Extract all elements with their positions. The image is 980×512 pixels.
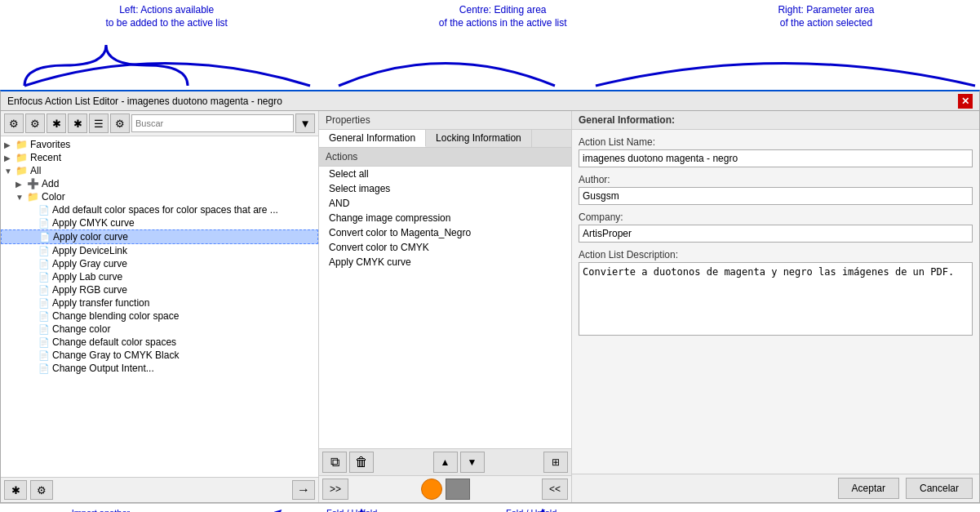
window-title: Enfocus Action List Editor - imagenes du…: [7, 96, 282, 107]
action-item-7[interactable]: Apply CMYK curve: [319, 255, 571, 269]
action-item-6[interactable]: Convert color to CMYK: [319, 240, 571, 255]
doc-icon: 📄: [38, 324, 50, 335]
doc-icon: 📄: [38, 363, 50, 374]
search-input[interactable]: [131, 114, 294, 132]
left-panel: ⚙ ⚙ ✱ ✱ ☰ ⚙ ▼ ▶ 📁 Favorites ▶ 📁 Recent ▼: [1, 111, 319, 502]
tree-item-all[interactable]: ▼ 📁 All: [1, 164, 318, 177]
right-annotation: Right: Parameter area of the action sele…: [778, 4, 874, 29]
tree-item-doc9[interactable]: 📄 Change blending color space: [1, 309, 318, 323]
action-btn-1[interactable]: ⚙: [4, 114, 24, 133]
tree-label: Apply transfer function: [52, 297, 149, 309]
cancel-button[interactable]: Cancelar: [906, 478, 973, 499]
tree-item-favorites[interactable]: ▶ 📁 Favorites: [1, 138, 318, 151]
tree-item-doc5[interactable]: 📄 Apply Gray curve: [1, 257, 318, 270]
tree-item-doc6[interactable]: 📄 Apply Lab curve: [1, 270, 318, 283]
bottom-arrows-svg: [0, 504, 980, 512]
settings-list-button[interactable]: ⚙: [30, 480, 53, 500]
duplicate-action-button[interactable]: ⧉: [322, 452, 347, 473]
tree-area[interactable]: ▶ 📁 Favorites ▶ 📁 Recent ▼ 📁 All ▶ ➕ Add…: [1, 136, 318, 477]
tree-item-doc4[interactable]: 📄 Apply DeviceLink: [1, 244, 318, 257]
right-bottom-bar: Aceptar Cancelar: [572, 474, 979, 502]
tree-label: Add: [42, 178, 59, 189]
tree-item-recent[interactable]: ▶ 📁 Recent: [1, 151, 318, 164]
action-btn-3[interactable]: ✱: [47, 114, 66, 133]
action-item-1[interactable]: Select all: [319, 167, 571, 181]
gray-square-button[interactable]: [446, 479, 470, 500]
tab-locking[interactable]: Locking Information: [426, 130, 532, 147]
center-panel: Properties General Information Locking I…: [319, 111, 572, 502]
import-list-button[interactable]: ✱: [4, 480, 27, 500]
center-annotation: Centre: Editing area of the actions in t…: [439, 4, 567, 29]
right-panel: General Information: Action List Name: A…: [572, 111, 979, 502]
close-button[interactable]: ✕: [958, 94, 973, 109]
description-textarea[interactable]: Convierte a duotonos de magenta y negro …: [579, 262, 973, 336]
doc-icon: 📄: [38, 285, 50, 296]
tree-label: Add default color spaces for color space…: [52, 204, 278, 216]
actions-header: Actions: [319, 148, 571, 167]
folder-icon: 📁: [16, 165, 28, 176]
orange-circle-button[interactable]: [421, 479, 442, 500]
action-btn-5[interactable]: ☰: [89, 114, 109, 133]
tree-item-doc10[interactable]: 📄 Change color: [1, 323, 318, 336]
tree-item-doc1[interactable]: 📄 Add default color spaces for color spa…: [1, 203, 318, 216]
action-list-name-input[interactable]: [579, 149, 973, 167]
move-up-button[interactable]: ▲: [433, 452, 458, 473]
tree-label: All: [30, 165, 41, 176]
left-bottom-bar: ✱ ⚙ →: [1, 477, 318, 502]
remove-from-list-button[interactable]: 🗑: [349, 452, 374, 473]
action-btn-6[interactable]: ⚙: [110, 114, 130, 133]
tree-label: Color: [42, 191, 65, 203]
action-item-2[interactable]: Select images: [319, 181, 571, 196]
add-to-list-button[interactable]: →: [292, 480, 315, 500]
doc-icon: 📄: [39, 232, 51, 243]
tree-item-doc2[interactable]: 📄 Apply CMYK curve: [1, 216, 318, 229]
form-area: Action List Name: Author: Company: Actio…: [572, 130, 979, 474]
tree-item-add[interactable]: ▶ ➕ Add: [1, 177, 318, 190]
company-input[interactable]: [579, 225, 973, 243]
action-item-3[interactable]: AND: [319, 196, 571, 211]
tree-item-doc7[interactable]: 📄 Apply RGB curve: [1, 283, 318, 296]
center-bottom-bar: >> <<: [319, 475, 571, 502]
tree-item-color[interactable]: ▼ 📁 Color: [1, 190, 318, 203]
fold-right-button[interactable]: <<: [542, 479, 568, 500]
doc-icon: 📄: [38, 298, 50, 309]
expand-icon: ▶: [4, 140, 16, 149]
tab-general[interactable]: General Information: [319, 130, 426, 147]
properties-button[interactable]: ⊞: [543, 452, 568, 473]
tree-item-doc11[interactable]: 📄 Change default color spaces: [1, 336, 318, 349]
expand-icon: ▶: [16, 180, 27, 189]
action-item-4[interactable]: Change image compression: [319, 211, 571, 225]
folder-icon: 📁: [16, 152, 28, 163]
left-toolbar: ⚙ ⚙ ✱ ✱ ☰ ⚙ ▼: [1, 111, 318, 136]
tree-label: Change Gray to CMYK Black: [52, 349, 179, 361]
move-down-button[interactable]: ▼: [460, 452, 485, 473]
tree-item-doc8[interactable]: 📄 Apply transfer function: [1, 296, 318, 309]
expand-icon: ▶: [4, 154, 16, 163]
action-btn-2[interactable]: ⚙: [25, 114, 45, 133]
fold-left-button[interactable]: >>: [322, 479, 348, 500]
doc-icon: 📄: [38, 205, 50, 216]
add-folder-icon: ➕: [27, 178, 39, 189]
accept-button[interactable]: Aceptar: [838, 478, 899, 499]
folder-icon: 📁: [16, 139, 28, 150]
search-settings-btn[interactable]: ▼: [295, 114, 315, 133]
action-btn-4[interactable]: ✱: [68, 114, 87, 133]
doc-icon: 📄: [38, 272, 50, 283]
tree-label: Apply Lab curve: [52, 271, 122, 283]
doc-icon: 📄: [38, 337, 50, 348]
tab-bar: General Information Locking Information: [319, 130, 571, 148]
tree-item-apply-color-curve[interactable]: 📄 Apply color curve ◀── Selected action: [1, 229, 318, 244]
doc-icon: 📄: [38, 218, 50, 229]
title-bar: Enfocus Action List Editor - imagenes du…: [0, 90, 980, 111]
tree-label: Apply Gray curve: [52, 258, 127, 269]
action-item-5[interactable]: Convert color to Magenta_Negro: [319, 225, 571, 240]
tree-item-doc13[interactable]: 📄 Change Output Intent...: [1, 362, 318, 375]
action-list[interactable]: Select all Select images AND Change imag…: [319, 167, 571, 448]
doc-icon: 📄: [38, 350, 50, 361]
author-label: Author:: [579, 174, 973, 185]
tree-item-doc12[interactable]: 📄 Change Gray to CMYK Black: [1, 349, 318, 362]
author-input[interactable]: [579, 187, 973, 205]
company-label: Company:: [579, 211, 973, 223]
expand-icon: ▼: [4, 167, 16, 176]
left-annotation: Left: Actions available to be added to t…: [105, 4, 227, 29]
